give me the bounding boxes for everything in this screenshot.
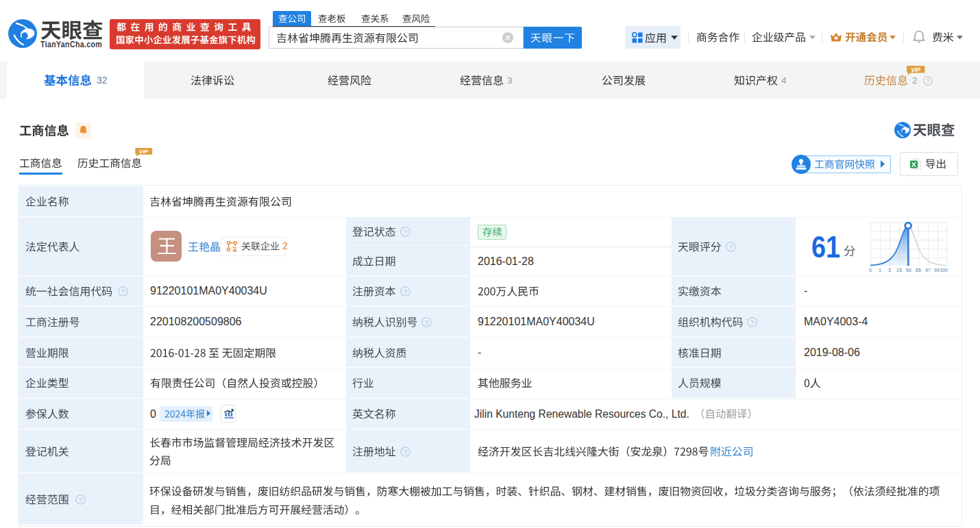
svg-text:85: 85 <box>916 268 921 273</box>
svg-text:0: 0 <box>869 268 872 273</box>
svg-text:VIP: VIP <box>911 66 920 73</box>
svg-text:?: ? <box>404 229 407 236</box>
svg-text:1: 1 <box>879 268 881 273</box>
svg-text:99: 99 <box>934 268 940 273</box>
svg-text:?: ? <box>404 449 407 455</box>
svg-text:?: ? <box>926 77 929 84</box>
svg-text:VIP: VIP <box>139 149 149 155</box>
svg-text:97: 97 <box>925 268 931 273</box>
svg-text:?: ? <box>729 244 733 251</box>
svg-text:?: ? <box>425 319 428 326</box>
svg-text:?: ? <box>79 496 82 503</box>
svg-text:50: 50 <box>906 268 911 273</box>
svg-text:100: 100 <box>940 268 948 273</box>
svg-text:15: 15 <box>896 268 902 273</box>
svg-text:3: 3 <box>888 268 891 273</box>
svg-text:?: ? <box>121 288 124 295</box>
svg-text:?: ? <box>404 288 407 295</box>
svg-text:?: ? <box>750 319 754 326</box>
